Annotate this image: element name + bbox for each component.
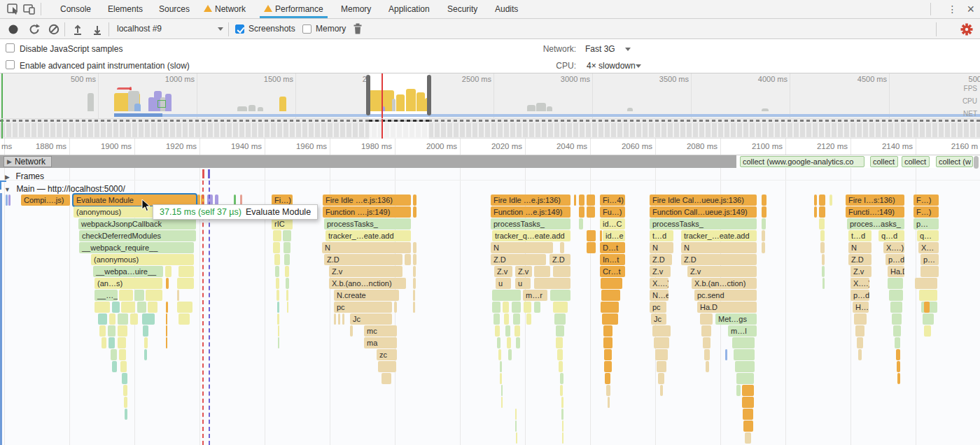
flame-sliver[interactable] bbox=[606, 385, 610, 396]
flame-sliver[interactable] bbox=[413, 195, 416, 206]
flame-block[interactable]: Z.D bbox=[324, 254, 402, 265]
flame-block[interactable]: Z.v bbox=[494, 266, 512, 277]
flame-sliver[interactable] bbox=[601, 278, 622, 289]
tab-sources[interactable]: Sources bbox=[155, 0, 194, 18]
flame-sliver[interactable] bbox=[556, 337, 563, 348]
flame-sliver[interactable] bbox=[283, 230, 291, 241]
flame-sliver[interactable] bbox=[658, 373, 664, 384]
screenshot-filmstrip[interactable] bbox=[0, 119, 980, 139]
flame-sliver[interactable] bbox=[109, 313, 115, 325]
flame-block[interactable]: X….) bbox=[850, 278, 869, 289]
window-handle-left[interactable] bbox=[366, 75, 370, 115]
flame-sliver[interactable] bbox=[660, 385, 663, 396]
flame-sliver[interactable] bbox=[413, 302, 415, 313]
flame-sliver[interactable] bbox=[382, 373, 391, 384]
screenshots-checkbox[interactable] bbox=[235, 24, 244, 34]
flame-sliver[interactable] bbox=[492, 302, 500, 313]
flame-block[interactable]: Function …e.js:149) bbox=[491, 206, 570, 218]
flame-sliver[interactable] bbox=[125, 409, 127, 420]
flame-sliver[interactable] bbox=[857, 337, 863, 348]
flame-block[interactable]: F…) bbox=[913, 195, 939, 206]
flame-sliver[interactable] bbox=[556, 325, 564, 337]
flame-sliver[interactable] bbox=[142, 313, 155, 325]
flame-sliver[interactable] bbox=[277, 302, 279, 313]
flame-sliver[interactable] bbox=[820, 242, 825, 253]
flame-sliver[interactable] bbox=[516, 432, 517, 444]
flame-block[interactable]: Function ….js:149) bbox=[323, 206, 411, 218]
flame-sliver[interactable] bbox=[178, 313, 190, 325]
flame-sliver[interactable] bbox=[122, 373, 127, 384]
flame-sliver[interactable] bbox=[888, 278, 903, 289]
flame-block[interactable]: Cr…t bbox=[600, 266, 625, 277]
flame-sliver[interactable] bbox=[762, 195, 766, 206]
flame-sliver[interactable] bbox=[177, 302, 192, 313]
flame-sliver[interactable] bbox=[507, 337, 511, 348]
flame-sliver[interactable] bbox=[497, 337, 500, 348]
flame-sliver[interactable] bbox=[604, 349, 612, 360]
flame-block[interactable]: u bbox=[496, 278, 511, 289]
flame-block[interactable]: __…_ bbox=[94, 290, 118, 301]
flame-sliver[interactable] bbox=[559, 361, 563, 372]
flame-sliver[interactable] bbox=[561, 409, 564, 420]
flamechart-area[interactable]: ▶ Network collect (www.google-analytics.… bbox=[0, 155, 980, 445]
flame-block[interactable]: Jc bbox=[651, 313, 666, 325]
flame-sliver[interactable] bbox=[503, 302, 509, 313]
flame-block[interactable]: N bbox=[322, 242, 411, 253]
main-track-header[interactable]: ▼ Main — http://localhost:5000/ bbox=[0, 181, 980, 193]
network-throttle-select[interactable]: Fast 3G bbox=[585, 44, 615, 54]
tab-application[interactable]: Application bbox=[384, 0, 434, 18]
flame-sliver[interactable] bbox=[284, 254, 290, 265]
network-throttle-caret-icon[interactable] bbox=[625, 48, 631, 51]
flame-block[interactable]: mc bbox=[364, 325, 397, 337]
flame-sliver[interactable] bbox=[587, 242, 596, 253]
network-request-chip[interactable]: collect (www.google-analytics.co bbox=[740, 156, 864, 167]
flame-block[interactable]: webpackJsonpCallback bbox=[78, 218, 196, 229]
profile-select-caret-icon[interactable] bbox=[218, 27, 223, 31]
flame-sliver[interactable] bbox=[285, 266, 289, 277]
tab-performance[interactable]: Performance bbox=[260, 0, 328, 18]
flame-block[interactable]: processTasks_ bbox=[324, 218, 411, 229]
flame-sliver[interactable] bbox=[144, 337, 148, 348]
flame-block[interactable]: Met…gs bbox=[715, 313, 757, 325]
flame-sliver[interactable] bbox=[892, 313, 902, 325]
flame-sliver[interactable] bbox=[284, 242, 290, 253]
close-devtools-icon[interactable]: × bbox=[967, 2, 974, 17]
flame-sliver[interactable] bbox=[118, 313, 128, 325]
flame-sliver[interactable] bbox=[819, 218, 825, 229]
frames-track[interactable]: ▶ Frames bbox=[0, 168, 980, 181]
reload-record-icon[interactable] bbox=[28, 23, 41, 36]
flame-sliver[interactable] bbox=[413, 290, 415, 301]
flame-block[interactable]: Z.v bbox=[687, 266, 757, 277]
flame-block[interactable]: p…d bbox=[850, 290, 869, 301]
flame-sliver[interactable] bbox=[273, 230, 281, 241]
flame-sliver[interactable] bbox=[603, 337, 612, 348]
flame-sliver[interactable] bbox=[822, 266, 825, 277]
flame-sliver[interactable] bbox=[601, 302, 619, 313]
flame-sliver[interactable] bbox=[743, 421, 753, 432]
flame-sliver[interactable] bbox=[725, 349, 727, 360]
flame-sliver[interactable] bbox=[736, 373, 754, 384]
flame-sliver[interactable] bbox=[745, 432, 751, 444]
flame-sliver[interactable] bbox=[118, 337, 126, 348]
advanced-paint-checkbox[interactable] bbox=[6, 60, 15, 69]
flame-sliver[interactable] bbox=[762, 230, 765, 241]
flame-block[interactable]: processTasks_ bbox=[491, 218, 570, 229]
flame-sliver[interactable] bbox=[338, 313, 340, 325]
flame-sliver[interactable] bbox=[814, 195, 817, 206]
flame-sliver[interactable] bbox=[526, 313, 531, 325]
capture-settings-gear-icon[interactable] bbox=[960, 23, 973, 36]
flame-sliver[interactable] bbox=[413, 278, 416, 289]
flame-block[interactable]: pc bbox=[650, 302, 666, 313]
flame-block[interactable]: processTasks_ bbox=[650, 218, 757, 229]
flame-sliver[interactable] bbox=[704, 349, 710, 360]
trash-icon[interactable] bbox=[352, 23, 365, 36]
flame-sliver[interactable] bbox=[99, 325, 106, 337]
flame-sliver[interactable] bbox=[895, 337, 900, 348]
flame-sliver[interactable] bbox=[608, 397, 610, 408]
flame-sliver[interactable] bbox=[534, 266, 550, 277]
flame-block[interactable]: N bbox=[491, 242, 553, 253]
flame-sliver[interactable] bbox=[579, 195, 584, 206]
flame-sliver[interactable] bbox=[276, 278, 279, 289]
flame-block[interactable]: N bbox=[681, 242, 757, 253]
flame-sliver[interactable] bbox=[524, 302, 531, 313]
